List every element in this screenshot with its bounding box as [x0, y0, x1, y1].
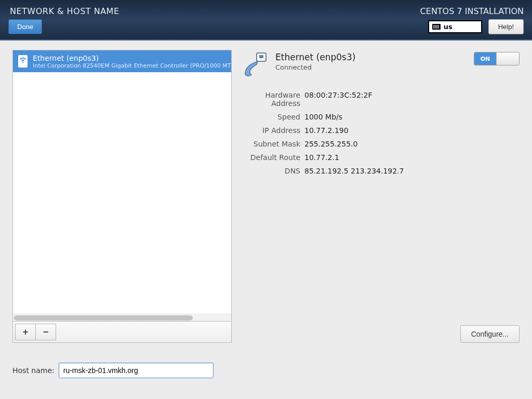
remove-interface-button[interactable]: − — [35, 324, 56, 340]
interface-panel: Ethernet (enp0s3) Intel Corporation 8254… — [12, 50, 232, 343]
hwaddr-label: Hardware Address — [242, 91, 300, 108]
interface-device-desc: Intel Corporation 82540EM Gigabit Ethern… — [33, 62, 232, 69]
detail-row-mask: Subnet Mask 255.255.255.0 — [242, 137, 520, 151]
ethernet-icon — [18, 55, 28, 68]
detail-row-dns: DNS 85.21.192.5 213.234.192.7 — [242, 164, 520, 178]
detail-row-speed: Speed 1000 Mb/s — [242, 110, 520, 124]
connection-toggle[interactable]: ON — [474, 52, 520, 65]
product-title: CENTOS 7 INSTALLATION — [420, 6, 524, 16]
configure-button[interactable]: Configure... — [460, 325, 520, 343]
detail-row-route: Default Route 10.77.2.1 — [242, 151, 520, 164]
hostname-label: Host name: — [12, 366, 55, 375]
header-left: NETWORK & HOST NAME Done — [8, 6, 119, 34]
interface-toolbar: + − — [12, 322, 232, 343]
header-right: CENTOS 7 INSTALLATION us Help! — [420, 6, 524, 34]
toggle-on-label: ON — [474, 52, 496, 65]
interface-scrollbar[interactable] — [13, 314, 231, 321]
add-interface-button[interactable]: + — [15, 324, 36, 340]
detail-row-ip: IP Address 10.77.2.190 — [242, 124, 520, 137]
dns-value: 85.21.192.5 213.234.192.7 — [304, 167, 404, 175]
keyboard-layout-indicator[interactable]: us — [428, 20, 482, 33]
dns-label: DNS — [242, 167, 300, 175]
speed-label: Speed — [242, 113, 300, 121]
toggle-knob — [496, 52, 519, 65]
hwaddr-value: 08:00:27:3C:52:2F — [304, 91, 372, 108]
keyboard-layout-label: us — [444, 23, 453, 31]
connection-name: Ethernet (enp0s3) — [275, 52, 355, 62]
interface-list-item[interactable]: Ethernet (enp0s3) Intel Corporation 8254… — [13, 50, 231, 72]
mask-value: 255.255.255.0 — [304, 140, 357, 148]
hostname-input[interactable] — [59, 363, 214, 378]
ethernet-large-icon — [242, 52, 268, 78]
interface-text: Ethernet (enp0s3) Intel Corporation 8254… — [33, 54, 232, 69]
connection-status: Connected — [275, 63, 355, 71]
route-value: 10.77.2.1 — [304, 153, 339, 162]
interface-list[interactable]: Ethernet (enp0s3) Intel Corporation 8254… — [12, 50, 232, 322]
header-bar: NETWORK & HOST NAME Done CENTOS 7 INSTAL… — [0, 0, 532, 41]
interface-name: Ethernet (enp0s3) — [33, 54, 232, 62]
done-button[interactable]: Done — [8, 19, 42, 34]
keyboard-icon — [432, 24, 441, 30]
mask-label: Subnet Mask — [242, 140, 300, 148]
route-label: Default Route — [242, 153, 300, 162]
detail-row-hwaddr: Hardware Address 08:00:27:3C:52:2F — [242, 88, 520, 110]
connection-details: Hardware Address 08:00:27:3C:52:2F Speed… — [242, 88, 520, 178]
content-area: Ethernet (enp0s3) Intel Corporation 8254… — [0, 41, 532, 352]
interface-list-empty — [13, 72, 231, 314]
page-title: NETWORK & HOST NAME — [10, 6, 119, 16]
connection-details-panel: Ethernet (enp0s3) Connected ON Hardware … — [242, 50, 520, 343]
ip-label: IP Address — [242, 126, 300, 135]
svg-rect-1 — [259, 55, 263, 58]
hostname-row: Host name: — [0, 352, 532, 378]
speed-value: 1000 Mb/s — [304, 113, 342, 121]
help-button[interactable]: Help! — [488, 19, 524, 34]
ip-value: 10.77.2.190 — [304, 126, 349, 135]
